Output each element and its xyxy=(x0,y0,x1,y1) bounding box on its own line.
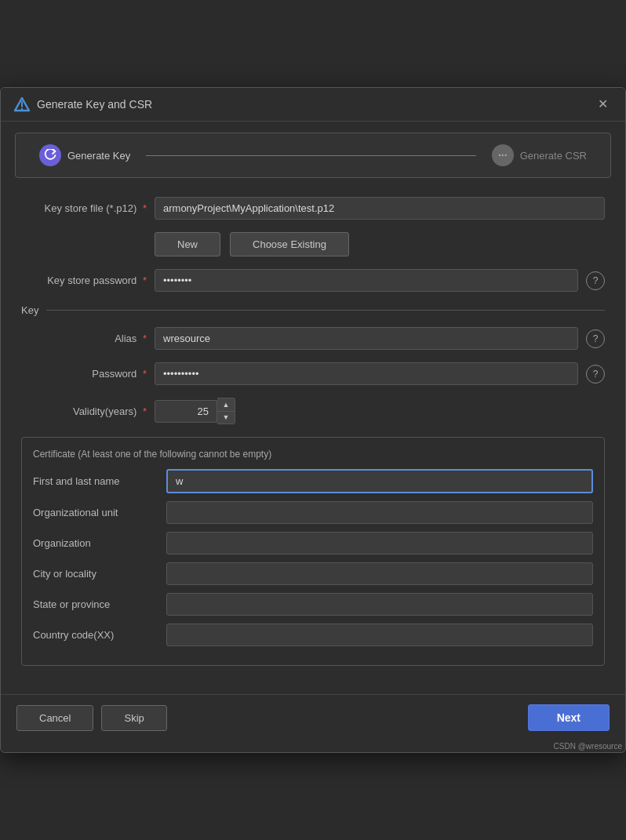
keystore-password-help-icon[interactable]: ? xyxy=(586,271,605,290)
svg-point-2 xyxy=(21,108,23,110)
spinner-buttons: ▲ ▼ xyxy=(217,398,235,424)
watermark: CSDN @wresource xyxy=(1,740,625,752)
app-icon xyxy=(13,96,31,113)
cert-row-5: Country code(XX) xyxy=(33,624,593,646)
bottom-left-buttons: Cancel Skip xyxy=(16,705,167,731)
required-star-keystore: * xyxy=(143,202,147,214)
required-star-kspwd: * xyxy=(143,275,147,286)
step-generate-csr: ··· Generate CSR xyxy=(492,144,587,166)
keystore-file-input[interactable] xyxy=(155,197,605,220)
alias-input[interactable] xyxy=(155,327,578,350)
key-password-row: Password * ? xyxy=(21,362,605,385)
new-button[interactable]: New xyxy=(155,232,220,256)
step-icon-inactive: ··· xyxy=(498,149,508,162)
keystore-password-row: Key store password * ? xyxy=(21,269,605,292)
cert-label-1: Organizational unit xyxy=(33,507,158,518)
cert-row-2: Organization xyxy=(33,532,593,555)
close-button[interactable]: ✕ xyxy=(593,96,613,112)
key-password-label: Password * xyxy=(21,368,147,380)
generate-key-csr-dialog: Generate Key and CSR ✕ Generate Key ··· … xyxy=(0,87,626,753)
cert-input-city[interactable] xyxy=(166,562,593,585)
required-star-alias: * xyxy=(143,333,147,344)
skip-button[interactable]: Skip xyxy=(101,705,166,731)
keystore-buttons-row: New Choose Existing xyxy=(155,232,605,256)
key-divider-line xyxy=(46,310,605,311)
step-label-generate-csr: Generate CSR xyxy=(520,150,587,162)
cert-row-0: First and last name xyxy=(33,469,593,493)
required-star-validity: * xyxy=(143,405,147,417)
step-circle-generate-key xyxy=(39,144,61,166)
step-label-generate-key: Generate Key xyxy=(67,150,130,162)
validity-row: Validity(years) * ▲ ▼ xyxy=(21,398,605,424)
choose-existing-button[interactable]: Choose Existing xyxy=(230,232,349,256)
step-connector xyxy=(146,155,476,156)
alias-help-icon[interactable]: ? xyxy=(586,329,605,348)
validity-label: Validity(years) * xyxy=(21,405,147,417)
keystore-password-input[interactable] xyxy=(155,269,578,292)
cert-row-1: Organizational unit xyxy=(33,501,593,524)
step-circle-generate-csr: ··· xyxy=(492,144,514,166)
cert-row-3: City or locality xyxy=(33,562,593,585)
key-section-title: Key xyxy=(21,304,38,316)
validity-spinner: ▲ ▼ xyxy=(155,398,235,424)
cert-input-org[interactable] xyxy=(166,532,593,555)
cert-input-orgunit[interactable] xyxy=(166,501,593,524)
step-generate-key: Generate Key xyxy=(39,144,130,166)
title-bar-left: Generate Key and CSR xyxy=(13,96,152,113)
alias-row: Alias * ? xyxy=(21,327,605,350)
cert-label-3: City or locality xyxy=(33,568,158,580)
required-star-keypwd: * xyxy=(143,368,147,380)
stepper-bar: Generate Key ··· Generate CSR xyxy=(15,133,611,178)
cert-row-4: State or province xyxy=(33,593,593,616)
next-button[interactable]: Next xyxy=(528,704,610,731)
cert-label-2: Organization xyxy=(33,537,158,549)
key-password-help-icon[interactable]: ? xyxy=(586,365,605,384)
title-bar: Generate Key and CSR ✕ xyxy=(1,88,625,122)
refresh-icon xyxy=(44,149,56,162)
bottom-bar: Cancel Skip Next xyxy=(1,694,625,740)
keystore-file-label: Key store file (*.p12) * xyxy=(21,202,147,214)
alias-label: Alias * xyxy=(21,333,147,344)
cert-input-state[interactable] xyxy=(166,593,593,616)
cert-input-country[interactable] xyxy=(166,624,593,646)
certificate-box: Certificate (At least one of the followi… xyxy=(21,437,605,666)
dialog-title: Generate Key and CSR xyxy=(37,98,152,111)
spinner-up-button[interactable]: ▲ xyxy=(217,398,235,411)
cert-label-0: First and last name xyxy=(33,475,158,487)
validity-input[interactable] xyxy=(155,400,217,423)
keystore-password-label: Key store password * xyxy=(21,275,147,286)
cert-label-4: State or province xyxy=(33,598,158,610)
form-content: Key store file (*.p12) * New Choose Exis… xyxy=(1,189,625,694)
cert-input-firstname[interactable] xyxy=(166,469,593,493)
certificate-title: Certificate (At least one of the followi… xyxy=(33,449,593,460)
keystore-file-row: Key store file (*.p12) * xyxy=(21,197,605,220)
key-password-input[interactable] xyxy=(155,362,578,385)
key-section-divider: Key xyxy=(21,304,605,316)
cert-label-5: Country code(XX) xyxy=(33,629,158,641)
spinner-down-button[interactable]: ▼ xyxy=(217,411,235,424)
cancel-button[interactable]: Cancel xyxy=(16,705,93,731)
